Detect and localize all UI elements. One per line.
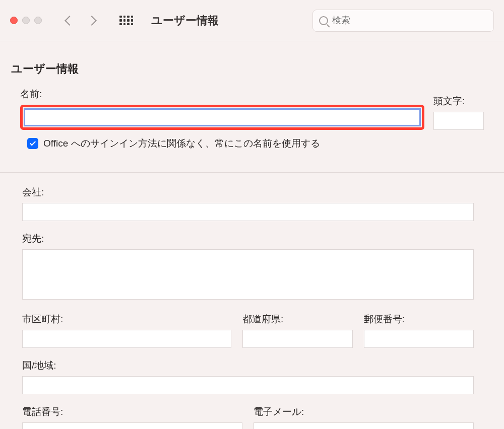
country-input[interactable] bbox=[22, 376, 474, 394]
prefecture-label: 都道府県: bbox=[242, 313, 352, 326]
name-label: 名前: bbox=[20, 88, 424, 101]
company-label: 会社: bbox=[22, 186, 474, 199]
window-controls bbox=[10, 17, 42, 24]
user-info-section: ユーザー情報 名前: 頭文字: Office へのサインイン方法に関係なく、常に… bbox=[11, 61, 504, 161]
initials-label: 頭文字: bbox=[433, 95, 484, 108]
country-label: 国/地域: bbox=[22, 359, 474, 372]
name-highlight bbox=[20, 105, 424, 130]
email-input[interactable] bbox=[254, 422, 474, 429]
back-button[interactable] bbox=[65, 16, 75, 26]
postal-label: 郵便番号: bbox=[364, 313, 474, 326]
address-label: 宛先: bbox=[22, 232, 474, 245]
minimize-window-button[interactable] bbox=[22, 17, 30, 24]
phone-label: 電話番号: bbox=[22, 405, 242, 418]
close-window-button[interactable] bbox=[10, 17, 18, 24]
name-input[interactable] bbox=[24, 108, 421, 126]
toolbar: ユーザー情報 bbox=[0, 0, 504, 41]
forward-button[interactable] bbox=[87, 16, 97, 26]
checkmark-icon bbox=[30, 139, 36, 146]
nav-arrows bbox=[66, 17, 95, 24]
prefecture-input[interactable] bbox=[242, 330, 352, 348]
company-input[interactable] bbox=[22, 203, 474, 221]
section-heading: ユーザー情報 bbox=[11, 61, 504, 77]
city-input[interactable] bbox=[22, 330, 231, 348]
email-label: 電子メール: bbox=[254, 405, 474, 418]
zoom-window-button[interactable] bbox=[34, 17, 42, 24]
always-use-name-label: Office へのサインイン方法に関係なく、常にこの名前を使用する bbox=[43, 137, 320, 150]
content: ユーザー情報 名前: 頭文字: Office へのサインイン方法に関係なく、常に… bbox=[0, 41, 504, 429]
phone-input[interactable] bbox=[22, 422, 242, 429]
always-use-name-checkbox[interactable] bbox=[27, 138, 38, 149]
grid-icon[interactable] bbox=[119, 16, 133, 26]
toolbar-title: ユーザー情報 bbox=[151, 13, 219, 28]
search-input[interactable] bbox=[332, 15, 487, 26]
address-input[interactable] bbox=[22, 249, 474, 300]
search-icon bbox=[319, 16, 328, 25]
initials-input[interactable] bbox=[433, 112, 484, 130]
address-section: 会社: 宛先: 市区町村: 都道府県: 郵便番号: 国/地域: bbox=[11, 173, 504, 429]
postal-input[interactable] bbox=[364, 330, 474, 348]
search-field[interactable] bbox=[312, 10, 494, 32]
city-label: 市区町村: bbox=[22, 313, 231, 326]
